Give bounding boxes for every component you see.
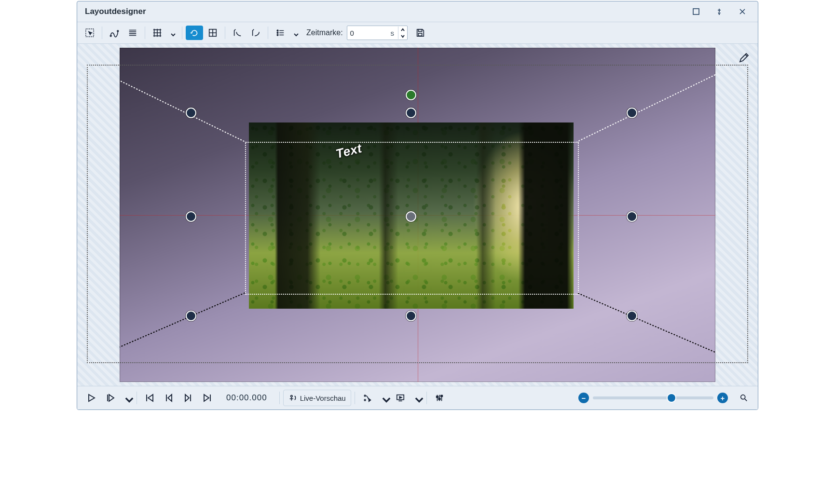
handle-outer-mr[interactable] <box>627 211 637 222</box>
svg-rect-16 <box>418 33 422 36</box>
go-start-button[interactable] <box>140 390 159 406</box>
timestamp-unit: s <box>387 29 398 37</box>
live-preview-label: Live-Vorschau <box>300 394 346 402</box>
stage[interactable]: Text <box>120 48 715 382</box>
timestamp-step-up[interactable] <box>398 27 407 33</box>
prev-frame-button[interactable] <box>160 390 178 406</box>
footer: 00:00.000 Live-Vorschau − + <box>77 386 758 409</box>
save-button[interactable] <box>411 26 429 40</box>
handle-outer-br[interactable] <box>627 311 637 321</box>
svg-rect-29 <box>436 396 438 397</box>
svg-line-18 <box>577 65 715 142</box>
svg-point-3 <box>117 30 119 32</box>
timestamp-input[interactable] <box>347 27 387 39</box>
canvas-area[interactable]: Text <box>77 44 758 386</box>
timecode: 00:00.000 <box>226 393 267 403</box>
play-from-button[interactable] <box>101 390 120 406</box>
list-dropdown[interactable] <box>290 26 301 40</box>
path-play-dropdown[interactable] <box>378 390 390 406</box>
titlebar: Layoutdesigner <box>77 1 758 22</box>
grid-toggle-button[interactable] <box>149 26 166 40</box>
svg-point-21 <box>290 395 292 397</box>
play-dropdown[interactable] <box>121 390 133 406</box>
handle-rotate[interactable] <box>406 90 416 100</box>
handle-outer-tr[interactable] <box>627 108 637 118</box>
pencil-icon <box>739 53 749 63</box>
keyframe-in-button[interactable] <box>229 26 246 40</box>
list-tool-button[interactable] <box>272 26 289 40</box>
layout-designer-window: Layoutdesigner <box>77 1 758 410</box>
maximize-button[interactable] <box>684 2 708 21</box>
center-tool-button[interactable] <box>204 26 221 40</box>
zoom-controls: − + <box>578 390 753 406</box>
handle-outer-ml[interactable] <box>186 211 196 222</box>
svg-rect-15 <box>418 29 422 32</box>
svg-point-11 <box>277 32 278 34</box>
close-button[interactable] <box>731 2 754 21</box>
align-tool-button[interactable] <box>124 26 141 40</box>
pin-button[interactable] <box>708 2 731 21</box>
window-title: Layoutdesigner <box>85 7 146 16</box>
svg-line-19 <box>120 293 245 361</box>
grid-dropdown[interactable] <box>167 26 178 40</box>
play-button[interactable] <box>82 390 100 406</box>
svg-point-23 <box>364 399 366 401</box>
monitor-play-button[interactable] <box>391 390 410 406</box>
rotate-tool-button[interactable] <box>186 26 203 40</box>
svg-point-9 <box>277 30 278 31</box>
select-tool-button[interactable] <box>81 26 98 40</box>
levels-button[interactable] <box>430 390 449 406</box>
svg-rect-0 <box>693 9 699 14</box>
svg-rect-31 <box>440 395 442 397</box>
zoom-in-button[interactable]: + <box>717 393 728 403</box>
monitor-dropdown[interactable] <box>411 390 423 406</box>
handle-rotate-anchor[interactable] <box>406 108 416 118</box>
svg-line-20 <box>577 293 715 361</box>
handle-outer-bl[interactable] <box>186 311 196 321</box>
timestamp-label: Zeitmarke: <box>306 28 343 37</box>
timestamp-step-down[interactable] <box>398 33 407 39</box>
keyframe-out-button[interactable] <box>247 26 264 40</box>
toolbar: Zeitmarke: s <box>77 22 758 44</box>
path-play-button[interactable] <box>358 390 377 406</box>
svg-point-22 <box>364 395 366 396</box>
go-end-button[interactable] <box>198 390 217 406</box>
zoom-out-button[interactable]: − <box>578 393 589 403</box>
next-frame-button[interactable] <box>179 390 197 406</box>
handle-outer-tl[interactable] <box>186 108 196 118</box>
svg-point-32 <box>741 395 745 399</box>
svg-point-13 <box>277 34 278 36</box>
curve-tool-button[interactable] <box>106 26 123 40</box>
handle-bottom-mid[interactable] <box>406 311 416 321</box>
svg-line-17 <box>120 65 245 142</box>
zoom-slider[interactable] <box>593 396 713 399</box>
live-preview-button[interactable]: Live-Vorschau <box>283 390 351 406</box>
timestamp-input-group: s <box>347 26 408 40</box>
zoom-thumb[interactable] <box>668 394 675 402</box>
zoom-fit-button[interactable] <box>735 390 753 406</box>
handle-center[interactable] <box>406 211 416 222</box>
svg-rect-30 <box>438 398 440 400</box>
